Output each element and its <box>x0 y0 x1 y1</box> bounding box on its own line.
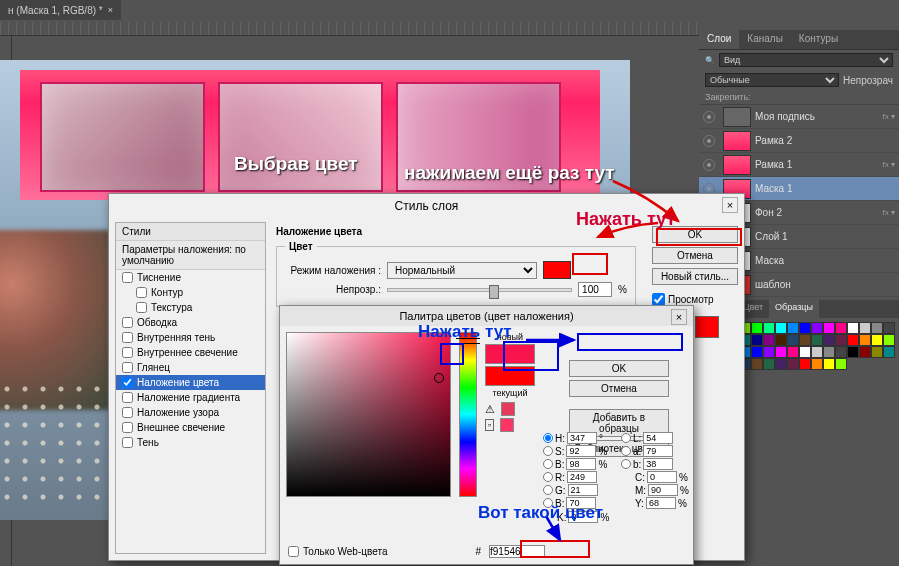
swatch-cell[interactable] <box>751 358 763 370</box>
cancel-button[interactable]: Отмена <box>652 247 738 264</box>
styles-header[interactable]: Стили <box>116 223 265 241</box>
effect-checkbox[interactable] <box>122 272 133 283</box>
swatch-cell[interactable] <box>775 358 787 370</box>
swatch-cell[interactable] <box>823 322 835 334</box>
r-input[interactable] <box>567 471 597 483</box>
effect-checkbox[interactable] <box>122 377 133 388</box>
y-input[interactable] <box>646 497 676 509</box>
l-input[interactable] <box>643 432 673 444</box>
style-effect-item[interactable]: Тень <box>116 435 265 450</box>
new-style-button[interactable]: Новый стиль... <box>652 268 738 285</box>
style-effect-item[interactable]: Текстура <box>116 300 265 315</box>
b-input[interactable] <box>566 458 596 470</box>
saturation-field[interactable] <box>286 332 451 497</box>
swatch-cell[interactable] <box>859 334 871 346</box>
layer-row[interactable]: Рамка 2 <box>699 129 899 153</box>
cancel-button[interactable]: Отмена <box>569 380 669 397</box>
opacity-slider[interactable] <box>387 288 572 292</box>
swatch-cell[interactable] <box>835 358 847 370</box>
swatch-cell[interactable] <box>799 334 811 346</box>
s-input[interactable] <box>566 445 596 457</box>
swatch-cell[interactable] <box>799 322 811 334</box>
swatch-cell[interactable] <box>847 322 859 334</box>
effect-checkbox[interactable] <box>122 362 133 373</box>
a-radio[interactable] <box>621 446 631 456</box>
swatch-cell[interactable] <box>811 358 823 370</box>
style-effect-item[interactable]: Наложение узора <box>116 405 265 420</box>
gamut-swatch[interactable] <box>501 402 515 416</box>
tab-channels[interactable]: Каналы <box>739 30 791 49</box>
style-effect-item[interactable]: Внутреннее свечение <box>116 345 265 360</box>
swatch-cell[interactable] <box>787 358 799 370</box>
document-tab[interactable]: н (Маска 1, RGB/8) * × <box>0 0 121 20</box>
effect-checkbox[interactable] <box>122 317 133 328</box>
effect-checkbox[interactable] <box>136 287 147 298</box>
effect-checkbox[interactable] <box>136 302 147 313</box>
ok-button[interactable]: OK <box>569 360 669 377</box>
style-effect-item[interactable]: Внешнее свечение <box>116 420 265 435</box>
effect-checkbox[interactable] <box>122 437 133 448</box>
swatch-cell[interactable] <box>787 346 799 358</box>
overlay-color-swatch[interactable] <box>543 261 571 279</box>
a-input[interactable] <box>643 445 673 457</box>
warning-icon[interactable]: ⚠ <box>485 403 495 416</box>
r-radio[interactable] <box>543 472 553 482</box>
b-radio[interactable] <box>543 459 553 469</box>
tab-swatches[interactable]: Образцы <box>769 300 819 318</box>
style-effect-item[interactable]: Внутренняя тень <box>116 330 265 345</box>
close-icon[interactable]: × <box>722 197 738 213</box>
swatch-cell[interactable] <box>751 322 763 334</box>
blend-select[interactable]: Обычные <box>705 73 839 87</box>
swatch-cell[interactable] <box>763 322 775 334</box>
swatch-cell[interactable] <box>883 322 895 334</box>
visibility-icon[interactable] <box>703 135 715 147</box>
swatch-cell[interactable] <box>835 322 847 334</box>
webonly-label[interactable]: Только Web-цвета <box>288 546 387 557</box>
blend-mode-select[interactable]: Нормальный <box>387 262 537 279</box>
bl-input[interactable] <box>566 497 596 509</box>
bl-radio[interactable] <box>543 498 553 508</box>
style-effect-item[interactable]: Глянец <box>116 360 265 375</box>
swatch-cell[interactable] <box>763 346 775 358</box>
bv-radio[interactable] <box>621 459 631 469</box>
swatch-cell[interactable] <box>835 334 847 346</box>
swatch-cell[interactable] <box>883 346 895 358</box>
l-radio[interactable] <box>621 433 631 443</box>
swatch-cell[interactable] <box>823 334 835 346</box>
h-input[interactable] <box>567 432 597 444</box>
swatch-cell[interactable] <box>775 346 787 358</box>
swatch-cell[interactable] <box>811 334 823 346</box>
opacity-input[interactable] <box>578 282 612 297</box>
layer-row[interactable]: Моя подписьfx ▾ <box>699 105 899 129</box>
swatch-cell[interactable] <box>859 346 871 358</box>
style-effect-item[interactable]: Контур <box>116 285 265 300</box>
swatch-cell[interactable] <box>799 358 811 370</box>
swatch-cell[interactable] <box>823 358 835 370</box>
swatch-cell[interactable] <box>763 358 775 370</box>
bv-input[interactable] <box>643 458 673 470</box>
swatch-cell[interactable] <box>811 346 823 358</box>
visibility-icon[interactable] <box>703 159 715 171</box>
swatch-cell[interactable] <box>775 334 787 346</box>
swatch-cell[interactable] <box>811 322 823 334</box>
close-icon[interactable]: × <box>108 5 113 15</box>
effect-checkbox[interactable] <box>122 422 133 433</box>
style-effect-item[interactable]: Обводка <box>116 315 265 330</box>
blend-options-header[interactable]: Параметры наложения: по умолчанию <box>116 241 265 270</box>
swatch-cell[interactable] <box>847 346 859 358</box>
swatch-cell[interactable] <box>859 322 871 334</box>
s-radio[interactable] <box>543 446 553 456</box>
cube-icon[interactable]: ▫ <box>485 419 494 431</box>
c-input[interactable] <box>647 471 677 483</box>
effect-checkbox[interactable] <box>122 392 133 403</box>
swatch-cell[interactable] <box>787 334 799 346</box>
swatch-cell[interactable] <box>787 322 799 334</box>
effect-checkbox[interactable] <box>122 332 133 343</box>
swatch-cell[interactable] <box>763 334 775 346</box>
swatch-cell[interactable] <box>871 334 883 346</box>
webonly-checkbox[interactable] <box>288 546 299 557</box>
swatch-cell[interactable] <box>883 334 895 346</box>
swatch-cell[interactable] <box>871 322 883 334</box>
style-effect-item[interactable]: Тиснение <box>116 270 265 285</box>
style-effect-item[interactable]: Наложение цвета <box>116 375 265 390</box>
